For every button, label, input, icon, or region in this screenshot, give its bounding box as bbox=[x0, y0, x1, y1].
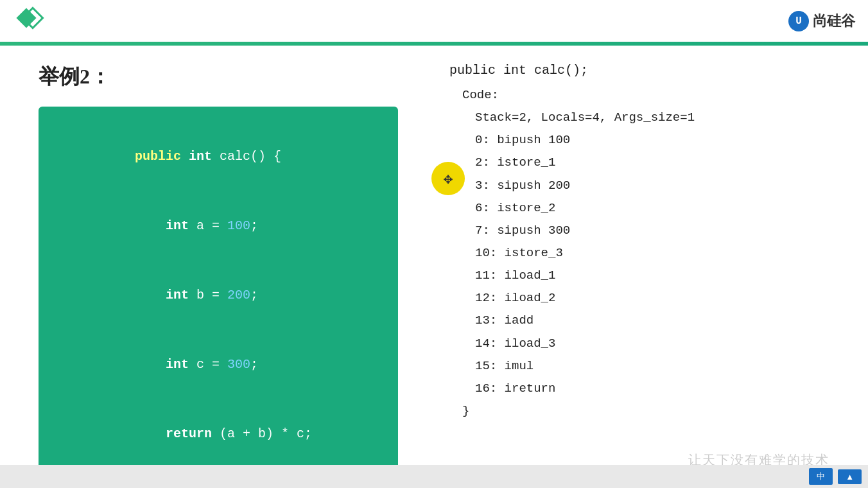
bytecode-instr-14: 14: iload_3 bbox=[449, 333, 829, 355]
bytecode-instr-13: 13: iadd bbox=[449, 309, 829, 332]
code-line-1: public int calc() { bbox=[58, 122, 379, 191]
code-indent-2 bbox=[135, 218, 166, 233]
brand-text: 尚硅谷 bbox=[813, 12, 855, 31]
keyword-int-3: int bbox=[166, 288, 189, 302]
code-line-5: return (a + b) * c; bbox=[58, 399, 379, 469]
bytecode-instr-7: 7: sipush 300 bbox=[449, 220, 829, 242]
keyword-return: return bbox=[166, 426, 212, 441]
svg-rect-0 bbox=[16, 8, 36, 28]
keyword-int-4: int bbox=[166, 357, 189, 372]
code-line-2: int a = 100; bbox=[58, 191, 379, 261]
bytecode-instr-2: 2: istore_1 bbox=[449, 152, 829, 174]
code-semi-1: ; bbox=[250, 218, 258, 233]
bottom-bar: 中 ▲ bbox=[0, 465, 868, 488]
code-return-expr: (a + b) * c; bbox=[212, 426, 312, 441]
number-200: 200 bbox=[227, 288, 250, 302]
cursor-overlay: ✥ bbox=[431, 162, 465, 195]
code-line-3: int b = 200; bbox=[58, 261, 379, 330]
logo-diamond bbox=[13, 4, 46, 38]
bytecode-closing-brace: } bbox=[449, 400, 829, 423]
code-b: b = bbox=[189, 288, 227, 302]
code-method-sig: calc() { bbox=[212, 149, 281, 164]
bytecode-method-sig: public int calc(); bbox=[449, 63, 829, 78]
brand-circle: U bbox=[788, 11, 809, 31]
brand-logo: U 尚硅谷 bbox=[788, 11, 855, 31]
bottom-btn-up[interactable]: ▲ bbox=[838, 469, 862, 484]
number-300: 300 bbox=[227, 357, 250, 372]
bytecode-instr-12: 12: iload_2 bbox=[449, 287, 829, 309]
move-icon: ✥ bbox=[444, 170, 453, 188]
bytecode-section: Code: Stack=2, Locals=4, Args_size=1 0: … bbox=[449, 84, 829, 423]
code-semi-2: ; bbox=[250, 288, 258, 302]
code-indent-3 bbox=[135, 288, 166, 302]
bytecode-code-label: Code: bbox=[449, 84, 829, 107]
slide: U 尚硅谷 举例2： public int calc() { int a = 1… bbox=[0, 0, 868, 488]
code-block: public int calc() { int a = 100; int b =… bbox=[39, 107, 398, 488]
code-semi-3: ; bbox=[250, 357, 258, 372]
section-title: 举例2： bbox=[39, 63, 411, 91]
code-line-4: int c = 300; bbox=[58, 330, 379, 399]
bytecode-instr-3: 3: sipush 200 bbox=[449, 175, 829, 197]
left-panel: 举例2： public int calc() { int a = 100; in… bbox=[39, 63, 411, 488]
brand-icon-u: U bbox=[795, 15, 802, 27]
bytecode-instr-11: 11: iload_1 bbox=[449, 265, 829, 287]
right-panel: public int calc(); Code: Stack=2, Locals… bbox=[449, 63, 829, 488]
bytecode-stack-info: Stack=2, Locals=4, Args_size=1 bbox=[449, 107, 829, 129]
keyword-int-1: int bbox=[189, 149, 212, 164]
green-bar bbox=[0, 42, 868, 46]
top-bar: U 尚硅谷 bbox=[0, 0, 868, 44]
bytecode-instr-15: 15: imul bbox=[449, 355, 829, 378]
code-indent-4 bbox=[135, 357, 166, 372]
bytecode-instr-0: 0: bipush 100 bbox=[449, 129, 829, 152]
code-indent-5 bbox=[135, 426, 166, 441]
bytecode-instr-10: 10: istore_3 bbox=[449, 242, 829, 265]
number-100: 100 bbox=[227, 218, 250, 233]
keyword-public: public bbox=[135, 149, 189, 164]
code-c: c = bbox=[189, 357, 227, 372]
bytecode-instr-6: 6: istore_2 bbox=[449, 197, 829, 220]
bottom-btn-zh[interactable]: 中 bbox=[809, 468, 833, 485]
main-content: 举例2： public int calc() { int a = 100; in… bbox=[0, 44, 868, 488]
bytecode-instr-16: 16: ireturn bbox=[449, 378, 829, 400]
code-a: a = bbox=[189, 218, 227, 233]
keyword-int-2: int bbox=[166, 218, 189, 233]
